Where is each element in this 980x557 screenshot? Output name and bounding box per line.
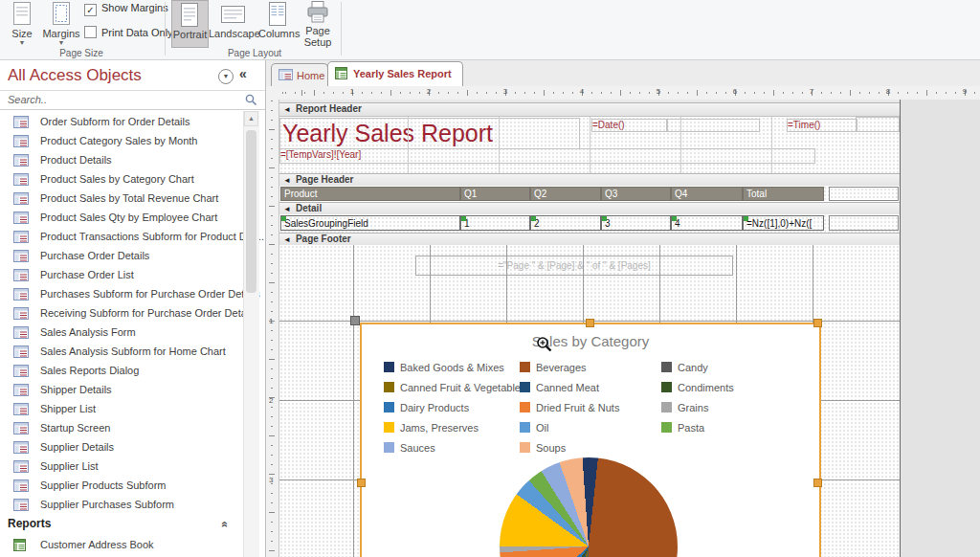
collapse-section-icon[interactable]: » xyxy=(218,522,232,528)
column-header-cell[interactable]: Q1 xyxy=(460,187,530,201)
tab-yearly-sales-report[interactable]: Yearly Sales Report xyxy=(327,61,463,86)
horizontal-ruler[interactable]: 123456789 xyxy=(266,86,980,100)
list-item[interactable]: Receiving Subform for Purchase Order Det… xyxy=(0,304,245,323)
legend-label: Dairy Products xyxy=(400,402,469,413)
report-title-textbox[interactable]: Yearly Sales Report xyxy=(279,118,580,149)
ruler-number: 4 xyxy=(580,87,584,96)
chart-resize-handle[interactable] xyxy=(813,319,822,327)
columns-button[interactable]: Columns xyxy=(258,0,297,46)
detail-textbox[interactable]: 2 xyxy=(530,215,601,231)
shutter-close-icon[interactable]: « xyxy=(239,66,247,81)
detail-textbox[interactable]: 1 xyxy=(460,215,530,231)
form-icon xyxy=(13,499,29,511)
chart-move-handle[interactable] xyxy=(350,316,360,325)
list-item[interactable]: Product Transactions Subform for Product… xyxy=(0,228,245,247)
column-header-cell[interactable]: Q2 xyxy=(530,187,601,201)
ruler-number: 8 xyxy=(886,87,890,96)
list-item[interactable]: Supplier List xyxy=(0,457,245,477)
column-header-cell[interactable]: Product xyxy=(280,187,460,201)
margins-button[interactable]: Margins ▼ xyxy=(42,0,80,46)
columns-icon xyxy=(269,2,286,26)
detail-textbox[interactable]: SalesGroupingField xyxy=(280,215,460,231)
page-footer-section[interactable]: ="Page " & [Page] & " of " & [Pages] Sal… xyxy=(279,245,900,557)
list-item-label: Customer Address Book xyxy=(40,539,154,550)
empty-textbox[interactable] xyxy=(829,215,899,231)
page-setup-button[interactable]: Page Setup xyxy=(299,0,337,46)
list-item[interactable]: Sales Reports Dialog xyxy=(0,362,245,381)
portrait-button[interactable]: Portrait xyxy=(171,0,209,48)
nav-scrollbar[interactable]: ▲ xyxy=(243,111,259,557)
list-item[interactable]: Customer Address Book xyxy=(0,536,245,555)
tab-home[interactable]: Home xyxy=(271,63,328,86)
legend-swatch xyxy=(384,402,394,412)
column-header-cell[interactable]: Q3 xyxy=(601,187,671,201)
column-header-cell[interactable]: Total xyxy=(743,187,824,201)
list-item[interactable]: Shipper Details xyxy=(0,381,245,400)
list-item[interactable]: Purchase Order List xyxy=(0,266,245,285)
legend-swatch xyxy=(661,402,672,412)
page-number-textbox[interactable]: ="Page " & [Page] & " of " & [Pages] xyxy=(415,256,733,276)
list-item[interactable]: Purchases Subform for Purchase Order Det… xyxy=(0,285,245,304)
list-item-label: Purchase Order Details xyxy=(40,250,149,261)
detail-textbox[interactable]: 4 xyxy=(671,215,743,231)
section-bar-report-header[interactable]: ◄Report Header xyxy=(279,102,900,117)
list-item[interactable]: Product Sales by Total Revenue Chart xyxy=(0,189,245,209)
column-header-cell[interactable]: Q4 xyxy=(671,187,743,201)
list-item[interactable]: Order Subform for Order Details xyxy=(0,113,245,132)
list-item[interactable]: Sales Analysis Subform for Home Chart xyxy=(0,343,245,362)
list-item[interactable]: Product Sales Qty by Employee Chart xyxy=(0,209,245,228)
show-margins-checkbox[interactable]: ✓Show Margins xyxy=(84,1,168,14)
scroll-up-arrow-icon[interactable]: ▲ xyxy=(244,111,258,126)
form-icon xyxy=(13,250,29,262)
list-item[interactable]: Supplier Details xyxy=(0,438,245,457)
report-header-section[interactable]: Yearly Sales Report =Date() =Time() =[Te… xyxy=(279,117,900,173)
empty-textbox[interactable] xyxy=(856,117,900,132)
date-expression-textbox[interactable]: =Date() xyxy=(591,119,668,132)
margins-dropdown-arrow[interactable]: ▼ xyxy=(42,39,80,46)
canvas-background xyxy=(901,100,980,557)
access-window: Size ▼ Margins ▼ ✓Show Margins Print Dat… xyxy=(0,0,980,557)
chart-resize-handle[interactable] xyxy=(586,319,594,327)
chart-resize-handle[interactable] xyxy=(813,479,822,487)
search-box[interactable]: Search.. xyxy=(0,90,265,110)
list-item[interactable]: Startup Screen xyxy=(0,419,245,438)
size-dropdown-arrow[interactable]: ▼ xyxy=(4,39,40,46)
vertical-ruler[interactable]: 123 xyxy=(266,100,279,557)
legend-label: Oil xyxy=(536,422,548,434)
landscape-icon xyxy=(221,6,245,23)
list-item[interactable]: Supplier Purchases Subform xyxy=(0,496,245,515)
list-item[interactable]: Shipper List xyxy=(0,400,245,419)
sales-by-category-chart[interactable]: Sales by Category Baked Goods & MixesBev… xyxy=(360,323,821,557)
form-icon xyxy=(13,403,29,415)
detail-textbox[interactable]: 3 xyxy=(601,215,671,231)
search-icon[interactable] xyxy=(245,94,257,106)
reports-section-header[interactable]: Reports» xyxy=(8,517,237,530)
chart-resize-handle[interactable] xyxy=(357,479,366,487)
empty-textbox[interactable] xyxy=(829,187,899,201)
nav-menu-dropdown-icon[interactable]: ▼ xyxy=(218,69,234,84)
scrollbar-thumb[interactable] xyxy=(246,130,256,293)
list-item[interactable]: Supplier Products Subform xyxy=(0,477,245,496)
error-indicator xyxy=(672,216,677,221)
grid-line xyxy=(353,245,354,557)
list-item[interactable]: Product Category Sales by Month xyxy=(0,132,245,151)
ruler-number: 2 xyxy=(269,396,273,405)
nav-pane-title[interactable]: All Access Objects xyxy=(8,66,142,85)
legend-swatch xyxy=(384,422,394,433)
print-data-only-checkbox[interactable]: Print Data Only xyxy=(84,26,173,39)
detail-textbox[interactable]: =Nz([1],0)+Nz([ xyxy=(743,215,824,231)
ruler-number: 9 xyxy=(963,87,967,96)
page-header-section[interactable]: ProductQ1Q2Q3Q4Total xyxy=(279,186,900,202)
landscape-button[interactable]: Landscape xyxy=(209,0,256,46)
legend-label: Dried Fruit & Nuts xyxy=(536,402,619,413)
list-item[interactable]: Purchase Order Details xyxy=(0,247,245,266)
year-expression-textbox[interactable]: =[TempVars]![Year] xyxy=(279,148,815,164)
list-item[interactable]: Product Details xyxy=(0,151,245,170)
list-item[interactable]: Sales Analysis Form xyxy=(0,323,245,343)
size-button[interactable]: Size ▼ xyxy=(4,0,40,46)
time-expression-textbox[interactable]: =Time() xyxy=(787,119,858,132)
form-icon xyxy=(13,135,29,147)
nav-object-list: Order Subform for Order DetailsProduct C… xyxy=(0,108,243,557)
detail-section[interactable]: SalesGroupingField1234=Nz([1],0)+Nz([ xyxy=(279,214,900,233)
list-item[interactable]: Product Sales by Category Chart xyxy=(0,170,245,189)
